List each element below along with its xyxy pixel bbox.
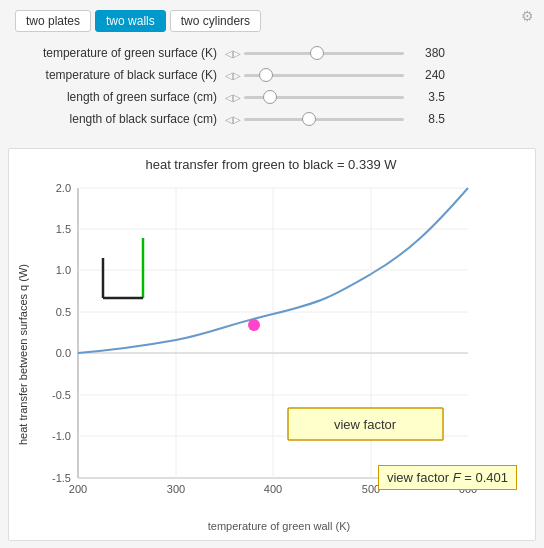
slider-input-0[interactable] [244, 52, 404, 55]
slider-container-0: ◁▷ 380 [225, 46, 529, 60]
slider-value-1: 240 [410, 68, 445, 82]
slider-container-3: ◁▷ 8.5 [225, 112, 529, 126]
chart-title: heat transfer from green to black = 0.33… [17, 157, 525, 172]
slider-label-3: length of black surface (cm) [15, 112, 225, 126]
slider-label-2: length of green surface (cm) [15, 90, 225, 104]
slider-container-2: ◁▷ 3.5 [225, 90, 529, 104]
slider-icon-3: ◁▷ [225, 114, 241, 125]
slider-row-3: length of black surface (cm) ◁▷ 8.5 [15, 112, 529, 126]
slider-container-1: ◁▷ 240 [225, 68, 529, 82]
svg-text:400: 400 [264, 483, 282, 495]
slider-value-2: 3.5 [410, 90, 445, 104]
svg-text:0.0: 0.0 [56, 347, 71, 359]
svg-text:300: 300 [167, 483, 185, 495]
slider-icon-0: ◁▷ [225, 48, 241, 59]
slider-label-1: temperature of black surface (K) [15, 68, 225, 82]
chart-area: heat transfer between surfaces q (W) [17, 178, 525, 532]
gear-icon[interactable]: ⚙ [521, 8, 534, 24]
slider-label-0: temperature of green surface (K) [15, 46, 225, 60]
view-factor-box: view factor F = 0.401 [378, 465, 517, 490]
svg-point-30 [248, 319, 260, 331]
slider-row-0: temperature of green surface (K) ◁▷ 380 [15, 46, 529, 60]
svg-text:2.0: 2.0 [56, 182, 71, 194]
svg-text:1.0: 1.0 [56, 264, 71, 276]
slider-icon-1: ◁▷ [225, 70, 241, 81]
view-factor-text: view factor F = 0.401 [387, 470, 508, 485]
slider-value-3: 8.5 [410, 112, 445, 126]
slider-row-1: temperature of black surface (K) ◁▷ 240 [15, 68, 529, 82]
top-section: two plates two walls two cylinders tempe… [0, 0, 544, 144]
x-axis-label: temperature of green wall (K) [33, 520, 525, 532]
tab-two-cylinders[interactable]: two cylinders [170, 10, 261, 32]
slider-input-2[interactable] [244, 96, 404, 99]
slider-row-2: length of green surface (cm) ◁▷ 3.5 [15, 90, 529, 104]
slider-input-3[interactable] [244, 118, 404, 121]
slider-icon-2: ◁▷ [225, 92, 241, 103]
svg-text:view factor: view factor [334, 417, 397, 432]
tab-two-walls[interactable]: two walls [95, 10, 166, 32]
svg-text:-0.5: -0.5 [52, 389, 71, 401]
tab-bar: two plates two walls two cylinders [15, 10, 529, 32]
svg-text:200: 200 [69, 483, 87, 495]
chart-inner: 2.0 1.5 1.0 0.5 0.0 -0.5 -1.0 -1.5 200 3… [33, 178, 525, 532]
slider-value-0: 380 [410, 46, 445, 60]
chart-section: heat transfer from green to black = 0.33… [8, 148, 536, 541]
svg-text:1.5: 1.5 [56, 223, 71, 235]
y-axis-label: heat transfer between surfaces q (W) [17, 178, 33, 532]
svg-text:-1.0: -1.0 [52, 430, 71, 442]
slider-input-1[interactable] [244, 74, 404, 77]
svg-text:0.5: 0.5 [56, 306, 71, 318]
tab-two-plates[interactable]: two plates [15, 10, 91, 32]
